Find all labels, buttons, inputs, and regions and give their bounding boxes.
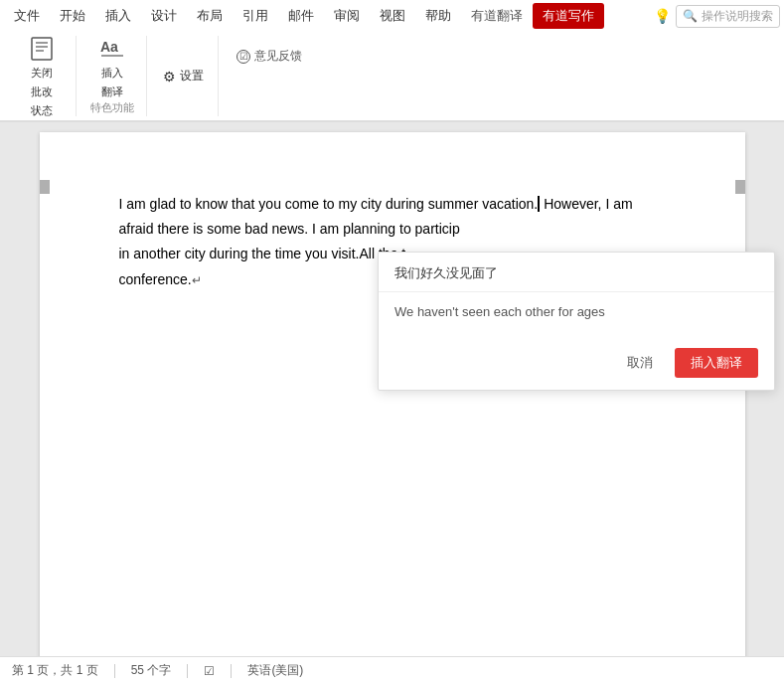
insert-translate-label1: 插入 — [101, 66, 123, 81]
menu-mail[interactable]: 邮件 — [278, 3, 324, 29]
translation-popup: We haven't seen each other for ages 取消 插… — [378, 252, 775, 391]
popup-footer: 取消 插入翻译 — [379, 340, 774, 390]
doc-paragraph: I am glad to know that you come to my ci… — [119, 192, 666, 242]
close-batch-label1: 关闭 — [31, 66, 53, 81]
menu-design[interactable]: 设计 — [141, 3, 187, 29]
close-batch-state: 状态 — [31, 103, 53, 118]
search-icon: 🔍 — [683, 9, 698, 23]
menu-review[interactable]: 审阅 — [324, 3, 370, 29]
popup-output-text: We haven't seen each other for ages — [394, 304, 605, 319]
toolbar-group-left: 关闭 批改 状态 — [8, 36, 77, 116]
menu-start[interactable]: 开始 — [50, 3, 95, 29]
settings-label: 设置 — [180, 68, 204, 85]
search-placeholder: 操作说明搜索 — [702, 8, 773, 25]
menu-reference[interactable]: 引用 — [233, 3, 278, 29]
insert-translate-popup-button[interactable]: 插入翻译 — [675, 348, 758, 378]
svg-text:Aa: Aa — [100, 39, 118, 55]
doc-area: I am glad to know that you come to my ci… — [0, 122, 784, 656]
bulb-icon[interactable]: 💡 — [652, 6, 672, 26]
menu-layout[interactable]: 布局 — [187, 3, 233, 29]
insert-translate-icon: Aa — [96, 34, 128, 62]
status-bar: 第 1 页，共 1 页 55 个字 ☑ 英语(美国) — [0, 656, 784, 683]
popup-input[interactable] — [394, 264, 758, 279]
menu-view[interactable]: 视图 — [370, 3, 415, 29]
close-batch-button[interactable]: 关闭 批改 状态 — [16, 47, 68, 106]
page-info: 第 1 页，共 1 页 — [12, 662, 98, 679]
insert-translate-state: 特色功能 — [90, 100, 134, 115]
popup-input-area — [379, 253, 774, 292]
word-count: 55 个字 — [131, 662, 172, 679]
menu-insert[interactable]: 插入 — [95, 3, 141, 29]
toolbar: 关闭 批改 状态 Aa 插入 翻译 特色功能 ⚙ 设置 — [0, 32, 784, 121]
status-divider1 — [114, 664, 115, 678]
menu-youdao-write[interactable]: 有道写作 — [533, 3, 604, 29]
svg-rect-0 — [32, 38, 52, 60]
language-label[interactable]: 英语(美国) — [247, 662, 303, 679]
close-batch-label2: 批改 — [31, 85, 53, 99]
cancel-button[interactable]: 取消 — [613, 348, 667, 378]
page: I am glad to know that you come to my ci… — [40, 132, 745, 656]
margin-marker-left — [40, 180, 50, 194]
menu-file[interactable]: 文件 — [4, 3, 50, 29]
toolbar-group-middle: Aa 插入 翻译 特色功能 — [78, 36, 147, 116]
menu-right: 💡 🔍 操作说明搜索 — [652, 5, 780, 28]
popup-output-area: We haven't seen each other for ages — [379, 292, 774, 340]
feedback-icon: ☑ — [236, 50, 250, 64]
menu-bar: 文件 开始 插入 设计 布局 引用 邮件 审阅 视图 帮助 有道翻译 有道写作 … — [0, 0, 784, 32]
toolbar-group-settings: ⚙ 设置 — [149, 36, 219, 116]
proofread-icon[interactable]: ☑ — [204, 664, 215, 678]
feedback-button[interactable]: ☑ 意见反馈 — [229, 44, 310, 69]
status-divider3 — [231, 664, 232, 678]
menu-youdao-translate[interactable]: 有道翻译 — [461, 3, 533, 29]
search-box[interactable]: 🔍 操作说明搜索 — [676, 5, 780, 28]
insert-translate-button[interactable]: Aa 插入 翻译 — [86, 37, 138, 96]
settings-button[interactable]: ⚙ 设置 — [157, 65, 210, 87]
feedback-label: 意见反馈 — [254, 48, 302, 65]
insert-translate-label2: 翻译 — [101, 85, 123, 99]
feedback-area: ☑ 意见反馈 — [229, 36, 310, 116]
settings-icon: ⚙ — [163, 69, 176, 85]
status-divider2 — [187, 664, 188, 678]
close-doc-icon — [26, 34, 58, 62]
margin-marker-right — [735, 180, 745, 194]
menu-help[interactable]: 帮助 — [415, 3, 461, 29]
